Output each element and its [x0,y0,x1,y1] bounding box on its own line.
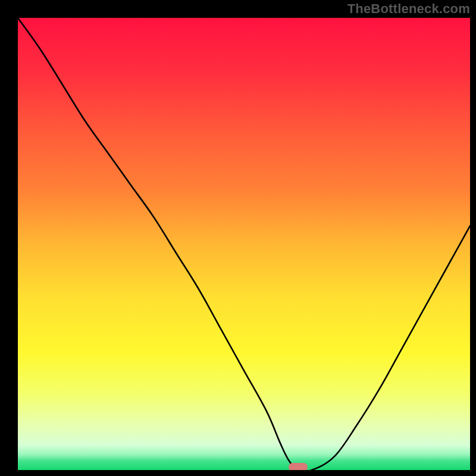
chart-container: TheBottleneck.com [0,0,476,476]
watermark-text: TheBottleneck.com [347,1,470,17]
bottleneck-curve [18,18,470,470]
optimal-marker [289,463,308,470]
plot-area [18,18,470,470]
